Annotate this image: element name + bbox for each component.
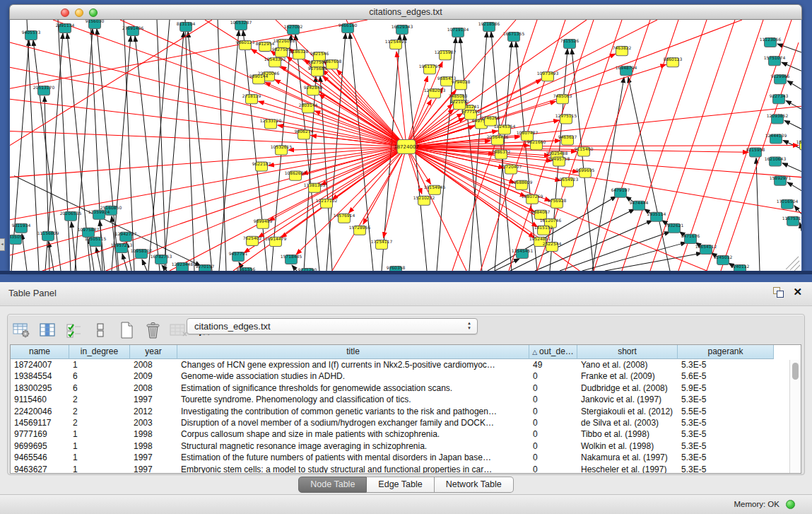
float-panel-icon[interactable] — [773, 287, 783, 297]
panel-collapse-notch[interactable]: ◂ — [0, 238, 5, 251]
table-row[interactable]: 977716911998Corpus callosum shape and si… — [11, 428, 801, 440]
column-header-year[interactable]: year — [130, 345, 177, 359]
graph-node[interactable]: 8860123 — [664, 57, 683, 67]
graph-node[interactable]: 9474444 — [630, 200, 649, 211]
graph-node[interactable]: 10719134 — [447, 27, 469, 37]
delete-column-icon[interactable] — [143, 320, 163, 340]
network-graph[interactable]: 1872400794055732391134915603027691406813… — [10, 20, 801, 271]
column-header-title[interactable]: title — [177, 345, 529, 359]
graph-node[interactable]: 9463627 — [558, 134, 577, 145]
graph-node[interactable]: 11123056 — [760, 37, 782, 47]
graph-node[interactable]: 10543392 — [264, 57, 286, 67]
graph-node[interactable]: 8471676 — [681, 233, 700, 244]
table-row[interactable]: 911546021997Tourette syndrome. Phenomeno… — [11, 394, 801, 405]
table-mode-icon[interactable] — [12, 320, 32, 340]
graph-node[interactable]: 1815152 — [534, 225, 553, 235]
graph-node[interactable]: 27691406 — [122, 25, 144, 36]
table-row[interactable]: 2242004622012Investigating the contribut… — [11, 406, 801, 417]
graph-node[interactable]: 9794028 — [452, 79, 471, 90]
graph-node[interactable]: 9622187 — [252, 161, 271, 172]
graph-node[interactable]: 10653287 — [230, 20, 252, 30]
graph-node[interactable]: 2803144 — [299, 103, 318, 113]
table-row[interactable]: 946554611997Estimation of the future num… — [11, 452, 801, 463]
new-column-icon[interactable] — [117, 320, 136, 340]
graph-node[interactable]: 7625402 — [243, 235, 262, 246]
graph-node[interactable]: 16914479 — [265, 236, 287, 247]
graph-node[interactable]: 10973493 — [537, 71, 559, 81]
maximize-window-icon[interactable] — [89, 8, 98, 17]
graph-node[interactable]: 12093852 — [767, 113, 789, 124]
graph-node[interactable]: 2935114 — [647, 211, 666, 222]
graph-node[interactable]: 8131104 — [177, 21, 196, 32]
graph-node[interactable]: 8215958 — [746, 147, 765, 158]
graph-node[interactable]: 9156030 — [86, 20, 105, 29]
column-header-in_degree[interactable]: in_degree — [69, 345, 130, 359]
column-header-pagerank[interactable]: pagerank — [678, 345, 774, 359]
table-row[interactable]: 1830029562008Estimation of significance … — [11, 382, 801, 394]
graph-node[interactable]: 15892971 — [770, 175, 792, 186]
graph-node[interactable]: 8186328 — [290, 49, 309, 59]
close-panel-icon[interactable]: ✕ — [793, 287, 802, 297]
graph-node[interactable]: 9760358 — [387, 265, 406, 271]
graph-node[interactable]: 11675319 — [782, 216, 801, 226]
graph-node[interactable]: 20206535 — [60, 211, 82, 221]
graph-node[interactable]: 9245012 — [714, 255, 733, 265]
graph-node[interactable]: 19218586 — [478, 21, 500, 32]
tab-node-table[interactable]: Node Table — [298, 477, 367, 493]
graph-node[interactable]: 9242848 — [304, 85, 323, 95]
graph-node[interactable]: 17957253 — [111, 243, 133, 253]
graph-node[interactable]: 17016504 — [777, 199, 799, 209]
graph-node[interactable]: 9405573 — [22, 30, 41, 40]
graph-node[interactable]: 12444139 — [765, 133, 787, 144]
graph-node[interactable]: 2718129 — [242, 93, 261, 104]
graph-node[interactable]: 16210643 — [765, 156, 787, 167]
graph-node[interactable]: 18245354 — [494, 124, 516, 134]
graph-node[interactable]: 17254117 — [371, 239, 393, 250]
graph-node[interactable]: 9240112 — [731, 264, 750, 271]
minimize-window-icon[interactable] — [75, 8, 83, 17]
graph-node[interactable]: 12215987 — [435, 49, 457, 60]
graph-node[interactable]: 15751074 — [764, 55, 786, 66]
graph-node[interactable]: 11254493 — [385, 39, 407, 49]
table-row[interactable]: 969969511998Structural magnetic resonanc… — [11, 440, 801, 452]
select-all-rows-icon[interactable] — [64, 320, 84, 340]
network-canvas[interactable]: 1872400794055732391134915603027691406813… — [10, 20, 801, 271]
graph-node[interactable]: 19613795 — [419, 64, 441, 74]
graph-node[interactable]: 16782753 — [151, 254, 172, 264]
close-window-icon[interactable] — [61, 8, 69, 17]
graph-node[interactable]: 16948794 — [616, 65, 637, 76]
graph-node[interactable]: 9227343 — [770, 93, 789, 104]
vertical-scrollbar[interactable] — [789, 360, 801, 473]
table-row[interactable]: 1456911722003Disruption of a novel membe… — [11, 417, 801, 428]
graph-node[interactable]: 16629343 — [392, 24, 413, 35]
graph-node[interactable]: 11156809 — [37, 230, 59, 241]
graph-node[interactable]: 15728956 — [349, 225, 371, 235]
scrollbar-thumb[interactable] — [792, 363, 799, 380]
graph-node[interactable]: 15718485 — [281, 254, 302, 264]
graph-node[interactable]: 7986372 — [492, 149, 511, 160]
graph-node[interactable]: 9699695 — [576, 168, 595, 178]
graph-node[interactable]: 1595845 — [796, 139, 801, 150]
table-select-dropdown[interactable]: citations_edges.txt ▲▼ — [187, 318, 478, 334]
graph-node[interactable]: 9899489 — [254, 218, 273, 229]
graph-node[interactable]: 12133120 — [260, 118, 282, 129]
graph-node[interactable]: 12482033 — [424, 88, 446, 98]
graph-node[interactable]: 18807269 — [522, 194, 543, 204]
graph-node[interactable]: 7932621 — [665, 223, 684, 233]
graph-node[interactable]: 18724007 — [394, 139, 419, 153]
graph-node[interactable]: 12975115 — [555, 113, 577, 124]
column-header-short[interactable]: short — [577, 345, 678, 359]
graph-node[interactable]: 9806274 — [295, 129, 314, 139]
resize-grip-icon[interactable] — [786, 257, 800, 271]
graph-node[interactable]: 19654923 — [557, 177, 579, 187]
graph-node[interactable]: 15210232 — [413, 195, 435, 206]
graph-node[interactable]: 16671355 — [503, 31, 525, 42]
graph-node[interactable]: 12923448 — [172, 262, 194, 271]
graph-node[interactable]: 7485063 — [553, 93, 572, 104]
graph-node[interactable]: 20513170 — [33, 85, 55, 95]
column-header-out_de[interactable]: △out_de… — [529, 345, 577, 359]
graph-node[interactable]: 12217102 — [316, 198, 338, 209]
graph-node[interactable]: 7515526 — [560, 38, 579, 49]
graph-node[interactable]: 9129966 — [771, 74, 790, 84]
memory-status-icon[interactable] — [786, 500, 795, 509]
